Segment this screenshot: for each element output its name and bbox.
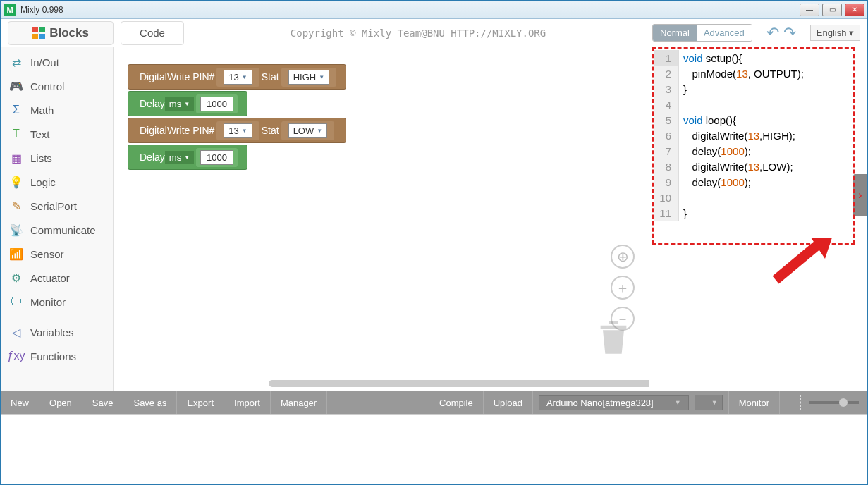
digitalwrite-block-1[interactable]: DigitalWrite PIN# 13 Stat HIGH <box>128 64 346 90</box>
digitalwrite-block-2[interactable]: DigitalWrite PIN# 13 Stat LOW <box>128 118 346 143</box>
code-text: delay(1000); <box>679 145 751 157</box>
code-line: 8 digitalWrite(13,LOW); <box>654 159 862 174</box>
upload-button[interactable]: Upload <box>484 391 533 414</box>
zoom-in-button[interactable]: ＋ <box>611 276 635 300</box>
category-label: Math <box>30 104 54 116</box>
category-label: Sensor <box>30 248 64 260</box>
unit-dropdown-1[interactable]: ms <box>165 97 194 111</box>
line-number: 2 <box>654 66 679 81</box>
save-button[interactable]: Save <box>82 391 124 414</box>
mode-advanced[interactable]: Advanced <box>697 25 752 41</box>
monitor-button[interactable]: Monitor <box>728 391 780 414</box>
code-text: digitalWrite(13,HIGH); <box>679 130 795 142</box>
category-control[interactable]: 🎮Control <box>1 74 113 98</box>
code-panel: 1void setup(){2 pinMode(13, OUTPUT);3}45… <box>649 47 867 391</box>
category-math[interactable]: ΣMath <box>1 98 113 122</box>
category-communicate[interactable]: 📡Communicate <box>1 218 113 242</box>
category-icon: ◁ <box>9 325 23 339</box>
pin-dropdown-2[interactable]: 13 <box>224 123 252 138</box>
trash-icon[interactable] <box>599 321 628 356</box>
category-lists[interactable]: ▦Lists <box>1 146 113 170</box>
category-variables[interactable]: ◁Variables <box>1 320 113 344</box>
category-functions[interactable]: ƒxyFunctions <box>1 344 113 368</box>
category-label: SerialPort <box>30 200 77 212</box>
delay-value-2[interactable]: 1000 <box>200 150 233 165</box>
code-text: digitalWrite(13,LOW); <box>679 161 793 173</box>
category-icon: 🎮 <box>9 79 23 93</box>
zoom-slider[interactable] <box>809 401 859 404</box>
mode-normal[interactable]: Normal <box>653 25 697 41</box>
code-line: 3} <box>654 81 862 97</box>
category-icon: ⇄ <box>9 55 23 69</box>
category-label: In/Out <box>30 56 59 68</box>
export-button[interactable]: Export <box>177 391 224 414</box>
code-line: 6 digitalWrite(13,HIGH); <box>654 128 862 143</box>
delay-block-1[interactable]: Delay ms 1000 <box>128 91 247 116</box>
chip-icon <box>786 395 801 410</box>
minimize-button[interactable]: — <box>800 4 819 16</box>
category-icon: 💡 <box>9 175 23 189</box>
blocks-tab[interactable]: Blocks <box>8 21 114 45</box>
line-number: 6 <box>654 128 679 143</box>
category-monitor[interactable]: 🖵Monitor <box>1 290 113 314</box>
compile-button[interactable]: Compile <box>429 391 484 414</box>
code-text: void setup(){ <box>679 52 742 64</box>
category-icon: ▦ <box>9 151 23 165</box>
line-number: 7 <box>654 143 679 159</box>
block-workspace[interactable]: DigitalWrite PIN# 13 Stat HIGH Delay ms … <box>114 47 649 391</box>
category-label: Logic <box>30 176 56 188</box>
line-number: 3 <box>654 81 679 97</box>
category-label: Communicate <box>30 224 96 236</box>
puzzle-icon <box>32 27 45 39</box>
stat-dropdown-2[interactable]: LOW <box>288 123 328 138</box>
maximize-button[interactable]: ▭ <box>822 4 842 16</box>
delay-value-1[interactable]: 1000 <box>200 97 233 111</box>
import-button[interactable]: Import <box>224 391 271 414</box>
app-icon: M <box>4 4 16 16</box>
pin-dropdown-1[interactable]: 13 <box>224 70 252 85</box>
close-button[interactable]: ✕ <box>845 4 864 16</box>
category-label: Text <box>30 128 50 140</box>
copyright-text: Copyright © Mixly Team@BNU HTTP://MIXLY.… <box>184 27 652 39</box>
mode-toggle[interactable]: Normal Advanced <box>652 24 752 42</box>
category-logic[interactable]: 💡Logic <box>1 170 113 194</box>
collapse-code-button[interactable]: › <box>853 174 867 216</box>
category-actuator[interactable]: ⚙Actuator <box>1 266 113 290</box>
category-icon: 📡 <box>9 223 23 237</box>
code-text: void loop(){ <box>679 114 736 126</box>
category-sensor[interactable]: 📶Sensor <box>1 242 113 266</box>
category-icon: 🖵 <box>9 295 23 309</box>
code-text: delay(1000); <box>679 176 751 188</box>
port-select[interactable] <box>695 395 723 410</box>
redo-button[interactable]: ↷ <box>783 24 796 42</box>
title-bar: M Mixly 0.998 — ▭ ✕ <box>1 1 867 19</box>
category-serialport[interactable]: ✎SerialPort <box>1 194 113 218</box>
language-select[interactable]: English ▾ <box>810 25 860 41</box>
unit-dropdown-2[interactable]: ms <box>165 151 194 164</box>
delay-block-2[interactable]: Delay ms 1000 <box>128 145 247 170</box>
category-text[interactable]: TText <box>1 122 113 146</box>
manager-button[interactable]: Manager <box>271 391 327 414</box>
code-line: 1void setup(){ <box>654 50 862 66</box>
code-tab[interactable]: Code <box>121 21 184 45</box>
annotation-arrow <box>769 231 839 287</box>
center-button[interactable]: ⊕ <box>611 245 635 269</box>
app-title: Mixly 0.998 <box>20 5 800 15</box>
open-button[interactable]: Open <box>39 391 82 414</box>
new-button[interactable]: New <box>1 391 39 414</box>
category-in-out[interactable]: ⇄In/Out <box>1 50 113 74</box>
undo-button[interactable]: ↶ <box>766 24 779 42</box>
category-icon: ✎ <box>9 199 23 213</box>
category-icon: T <box>9 127 23 141</box>
workspace-scrollbar[interactable] <box>269 380 649 387</box>
board-select[interactable]: Arduino Nano[atmega328] <box>539 395 689 410</box>
category-icon: ⚙ <box>9 271 23 285</box>
line-number: 9 <box>654 174 679 190</box>
code-text: } <box>679 207 687 219</box>
line-number: 8 <box>654 159 679 174</box>
stat-dropdown-1[interactable]: HIGH <box>288 70 329 85</box>
category-label: Control <box>30 80 64 92</box>
category-label: Actuator <box>30 272 70 284</box>
save-as-button[interactable]: Save as <box>123 391 177 414</box>
line-number: 11 <box>654 205 679 221</box>
